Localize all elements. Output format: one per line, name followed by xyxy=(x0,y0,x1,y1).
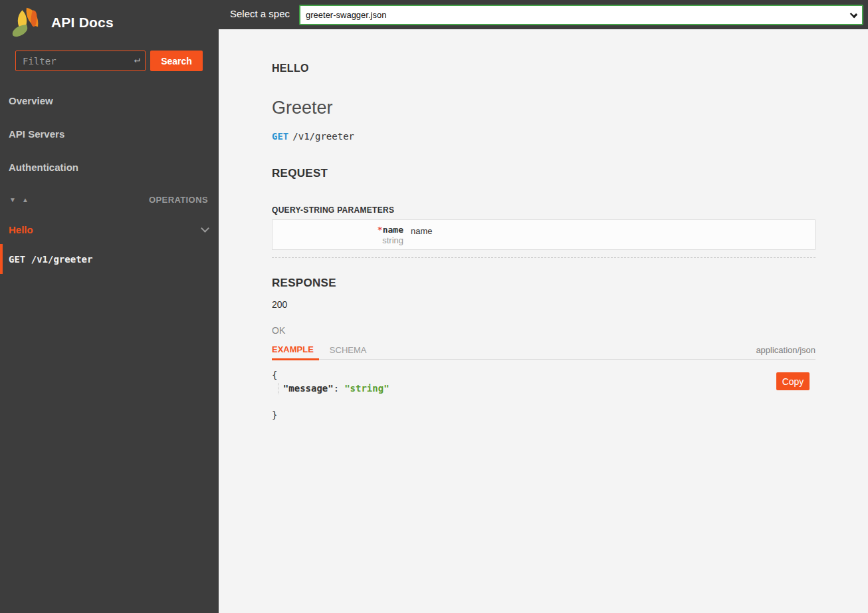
sidebar-header: API Docs xyxy=(0,0,219,44)
code-line-body: "message":"string" xyxy=(272,382,815,408)
sidebar-endpoint-get-v1-greeter[interactable]: GET /v1/greeter xyxy=(0,244,219,274)
example-code-block: { "message":"string" } Copy xyxy=(272,368,815,422)
search-button[interactable]: Search xyxy=(150,51,203,71)
json-colon: : xyxy=(334,383,339,394)
http-method: GET xyxy=(272,131,288,142)
query-params-heading: QUERY-STRING PARAMETERS xyxy=(272,205,815,215)
dashed-divider xyxy=(272,257,815,258)
collapse-all-icon[interactable]: ▼ xyxy=(9,196,16,203)
response-status-text: OK xyxy=(272,325,815,336)
response-heading: RESPONSE xyxy=(272,277,815,290)
select-spec-label: Select a spec xyxy=(230,8,290,19)
operations-header: ▼ ▲ OPERATIONS xyxy=(0,189,219,209)
leaf-green-icon xyxy=(11,25,29,38)
param-type: string xyxy=(272,235,403,245)
sidebar-item-overview[interactable]: Overview xyxy=(0,84,219,118)
topbar: Select a spec greeter-swagger.json xyxy=(219,0,868,29)
expand-all-icon[interactable]: ▲ xyxy=(22,196,29,203)
response-tabs: EXAMPLE SCHEMA application/json xyxy=(272,344,815,360)
page-title: Greeter xyxy=(272,98,815,118)
required-marker: * xyxy=(378,225,383,235)
param-table: *name string name xyxy=(272,219,815,250)
app-logo-leaf-icon xyxy=(11,7,43,39)
code-line-open: { xyxy=(272,368,815,382)
sidebar-item-api-servers[interactable]: API Servers xyxy=(0,118,219,151)
param-row: *name string name xyxy=(272,225,815,245)
tab-example[interactable]: EXAMPLE xyxy=(272,344,319,360)
indent-guide xyxy=(278,383,278,394)
section-tag-hello: HELLO xyxy=(272,62,815,74)
sidebar-item-authentication[interactable]: Authentication xyxy=(0,151,219,184)
param-description: name xyxy=(403,225,433,245)
request-heading: REQUEST xyxy=(272,167,815,180)
json-key: "message" xyxy=(283,383,334,394)
app-title: API Docs xyxy=(51,15,114,31)
endpoint-signature: GET/v1/greeter xyxy=(272,131,815,142)
chevron-down-icon xyxy=(201,224,209,233)
param-name: name xyxy=(383,225,403,235)
endpoint-path: /v1/greeter xyxy=(292,131,354,142)
main-content: HELLO Greeter GET/v1/greeter REQUEST QUE… xyxy=(219,29,868,613)
code-line-close: } xyxy=(272,408,815,422)
json-string-value: "string" xyxy=(344,383,389,394)
copy-button[interactable]: Copy xyxy=(776,372,810,390)
sidebar-group-hello[interactable]: Hello xyxy=(0,215,219,244)
selected-indicator xyxy=(0,244,3,274)
param-name-cell: *name string xyxy=(272,225,403,245)
operations-label: OPERATIONS xyxy=(149,195,208,205)
sidebar-nav: Overview API Servers Authentication xyxy=(0,84,219,184)
content-type-label: application/json xyxy=(756,345,815,359)
filter-input[interactable] xyxy=(15,51,146,71)
sidebar: API Docs ↵ Search Overview API Servers A… xyxy=(0,0,219,613)
spec-select-wrap: greeter-swagger.json xyxy=(299,5,863,25)
filter-row: ↵ Search xyxy=(0,44,219,71)
spec-select[interactable]: greeter-swagger.json xyxy=(299,5,863,25)
group-label: Hello xyxy=(9,224,33,235)
response-status-code: 200 xyxy=(272,299,815,310)
tab-schema[interactable]: SCHEMA xyxy=(330,345,367,359)
endpoint-label: GET /v1/greeter xyxy=(0,254,92,265)
